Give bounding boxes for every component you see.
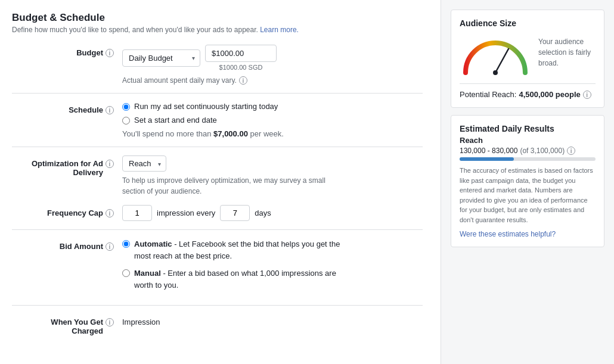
frequency-inputs: impression every days <box>122 205 423 221</box>
potential-reach-info-icon[interactable]: i <box>583 91 591 99</box>
optimization-select-wrapper: Reach ▾ <box>122 155 166 172</box>
charged-info-icon[interactable]: i <box>106 318 114 326</box>
divider-4 <box>12 305 423 306</box>
days-input[interactable] <box>220 205 250 221</box>
schedule-radio-2[interactable] <box>122 117 130 125</box>
sgd-label: $1000.00 SGD <box>205 64 277 71</box>
frequency-row: Frequency Cap i impression every days <box>12 205 423 221</box>
bid-automatic-text: Automatic - Let Facebook set the bid tha… <box>134 238 355 262</box>
optimization-row: Optimization for Ad Delivery i Reach ▾ T… <box>12 155 423 197</box>
weekly-note: You'll spend no more than $7,000.00 per … <box>122 129 423 138</box>
divider-3 <box>12 229 423 230</box>
frequency-info-icon[interactable]: i <box>106 209 114 217</box>
helpful-link[interactable]: Were these estimates helpful? <box>460 230 556 238</box>
optimization-select[interactable]: Reach <box>122 155 166 172</box>
estimated-results-card: Estimated Daily Results Reach 130,000 - … <box>451 115 604 247</box>
reach-bar-bg <box>460 157 596 161</box>
divider-1 <box>12 93 423 94</box>
estimated-description: The accuracy of estimates is based on fa… <box>460 166 596 225</box>
bid-info-icon[interactable]: i <box>106 242 114 251</box>
budget-row: Budget i Daily Budget Lifetime Budget ▾ … <box>12 45 423 85</box>
budget-type-select[interactable]: Daily Budget Lifetime Budget <box>122 49 200 67</box>
schedule-option-2: Set a start and end date <box>122 116 423 125</box>
potential-reach: Potential Reach: 4,500,000 people i <box>460 83 596 99</box>
sidebar-panel: Audience Size <box>441 0 614 364</box>
bid-label: Bid Amount i <box>18 238 122 251</box>
bid-content: Automatic - Let Facebook set the bid tha… <box>122 238 423 297</box>
svg-point-1 <box>493 70 498 75</box>
budget-info-icon[interactable]: i <box>106 49 114 57</box>
budget-label: Budget i <box>18 45 122 57</box>
budget-content: Daily Budget Lifetime Budget ▾ $1000.00 … <box>122 45 423 85</box>
bid-row: Bid Amount i Automatic - Let Facebook se… <box>12 238 423 297</box>
audience-size-card: Audience Size <box>451 10 604 108</box>
reach-bar-fill <box>460 157 514 161</box>
bid-option-1: Automatic - Let Facebook set the bid tha… <box>122 238 423 262</box>
reach-info-icon[interactable]: i <box>567 147 575 155</box>
audience-size-title: Audience Size <box>460 18 596 28</box>
impression-input[interactable] <box>122 205 152 221</box>
delivery-note: To help us improve delivery optimization… <box>122 175 349 197</box>
audience-description: Your audience selection is fairly broad. <box>538 34 596 69</box>
svg-line-0 <box>495 49 508 73</box>
frequency-content: impression every days <box>122 205 423 221</box>
charged-content: Impression <box>122 314 423 326</box>
schedule-radio-1[interactable] <box>122 103 130 111</box>
divider-2 <box>12 147 423 147</box>
budget-note: Actual amount spent daily may vary. i <box>122 76 423 85</box>
estimated-title: Estimated Daily Results <box>460 124 596 133</box>
optimization-label: Optimization for Ad Delivery i <box>18 155 122 177</box>
optimization-content: Reach ▾ To help us improve delivery opti… <box>122 155 423 197</box>
budget-amount-wrapper: $1000.00 SGD <box>205 45 277 71</box>
charged-row: When You Get Charged i Impression <box>12 314 423 335</box>
bid-radio-manual[interactable] <box>122 269 130 277</box>
schedule-info-icon[interactable]: i <box>106 106 114 114</box>
bid-option-2: Manual - Enter a bid based on what 1,000… <box>122 267 423 291</box>
bid-radio-automatic[interactable] <box>122 240 130 248</box>
gauge-svg: Specific Broad <box>460 34 531 77</box>
learn-more-link[interactable]: Learn more. <box>260 26 299 34</box>
budget-note-info-icon[interactable]: i <box>239 76 247 85</box>
budget-amount-input[interactable] <box>205 45 277 62</box>
schedule-label: Schedule i <box>18 102 122 114</box>
schedule-content: Run my ad set continuously starting toda… <box>122 102 423 138</box>
schedule-option-1: Run my ad set continuously starting toda… <box>122 102 423 111</box>
charged-value: Impression <box>122 314 423 326</box>
page-title: Budget & Schedule <box>12 12 423 24</box>
budget-inputs: Daily Budget Lifetime Budget ▾ $1000.00 … <box>122 45 423 71</box>
frequency-label: Frequency Cap i <box>18 205 122 217</box>
bid-manual-text: Manual - Enter a bid based on what 1,000… <box>134 267 355 291</box>
reach-range: 130,000 - 830,000 (of 3,100,000) i <box>460 146 596 155</box>
budget-type-wrapper: Daily Budget Lifetime Budget ▾ <box>122 49 200 67</box>
gauge-container: Specific Broad Your audience selection i… <box>460 34 596 77</box>
charged-label: When You Get Charged i <box>18 314 122 335</box>
main-panel: Budget & Schedule Define how much you'd … <box>0 0 441 364</box>
schedule-row: Schedule i Run my ad set continuously st… <box>12 102 423 138</box>
reach-label: Reach <box>460 136 596 145</box>
page-subtitle: Define how much you'd like to spend, and… <box>12 26 423 34</box>
optimization-info-icon[interactable]: i <box>106 160 114 168</box>
